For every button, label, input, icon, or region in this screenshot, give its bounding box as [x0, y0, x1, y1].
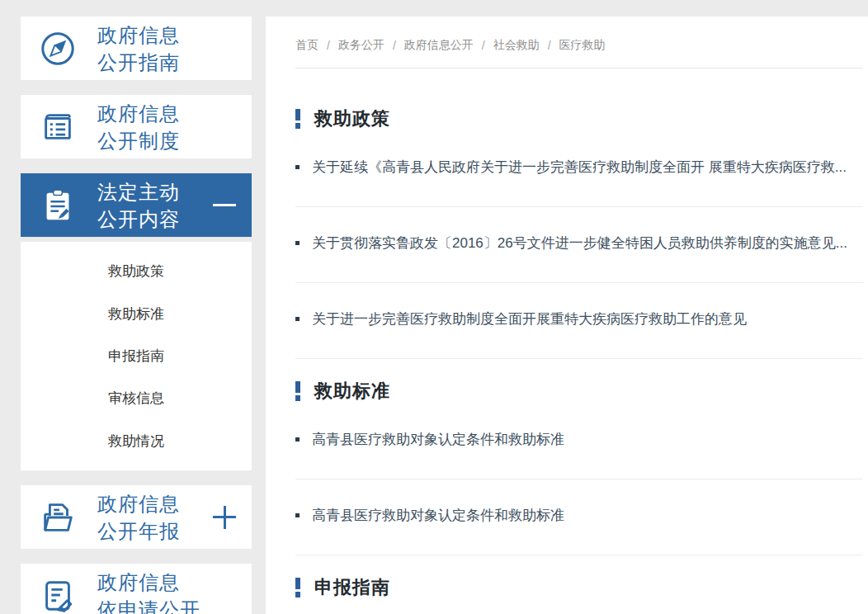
main-content: 首页 / 政务公开 / 政府信息公开 / 社会救助 / 医疗救助 救助政策 关于…	[266, 17, 868, 614]
folder-doc-icon	[39, 498, 77, 536]
compass-icon	[39, 30, 77, 68]
section-header: 救助标准	[295, 379, 863, 404]
list-item-title: 关于延续《高青县人民政府关于进一步完善医疗救助制度全面开 展重特大疾病医疗救..…	[312, 158, 847, 177]
breadcrumb-separator: /	[482, 39, 485, 52]
list-item-title: 高青县医疗救助对象认定条件和救助标准	[312, 506, 564, 525]
list-item[interactable]: 关于贯彻落实鲁政发〔2016〕26号文件进一步健全特困人员救助供养制度的实施意见…	[295, 207, 863, 283]
sidebar-submenu: 救助政策 救助标准 申报指南 审核信息 救助情况	[21, 242, 252, 470]
submenu-item-rescue-policy[interactable]: 救助政策	[21, 262, 252, 281]
section-marker-icon	[295, 381, 300, 401]
bullet-icon	[295, 317, 300, 321]
section-marker-icon	[295, 109, 300, 129]
doc-pencil-icon	[39, 577, 77, 614]
sidebar-item-disclosure-upon-request[interactable]: 政府信息 依申请公开	[21, 564, 252, 614]
breadcrumb-gov-info-disclosure[interactable]: 政府信息公开	[404, 38, 474, 53]
submenu-item-rescue-standard[interactable]: 救助标准	[21, 305, 252, 324]
bullet-icon	[295, 513, 300, 517]
bullet-icon	[295, 437, 300, 442]
submenu-item-review-info[interactable]: 审核信息	[21, 389, 252, 408]
breadcrumb-home[interactable]: 首页	[295, 38, 318, 53]
sidebar-item-label: 政府信息 公开制度	[97, 100, 180, 154]
submenu-item-rescue-situation[interactable]: 救助情况	[21, 432, 252, 451]
section-rescue-policy: 救助政策 关于延续《高青县人民政府关于进一步完善医疗救助制度全面开 展重特大疾病…	[295, 106, 863, 359]
breadcrumb-social-assistance[interactable]: 社会救助	[493, 38, 540, 53]
sidebar-item-statutory-disclosure[interactable]: 法定主动 公开内容	[21, 173, 252, 237]
section-application-guide: 申报指南	[295, 575, 863, 600]
sidebar-item-label: 政府信息 公开指南	[97, 21, 180, 76]
sidebar-item-label: 法定主动 公开内容	[97, 178, 180, 233]
breadcrumb-separator: /	[393, 39, 396, 52]
collapse-icon[interactable]	[212, 193, 237, 218]
breadcrumb-gov-affairs[interactable]: 政务公开	[338, 38, 384, 53]
bullet-icon	[295, 165, 300, 169]
breadcrumb-medical-assistance[interactable]: 医疗救助	[559, 38, 606, 53]
sections: 救助政策 关于延续《高青县人民政府关于进一步完善医疗救助制度全面开 展重特大疾病…	[295, 106, 863, 600]
bullet-icon	[295, 241, 300, 245]
section-title: 救助政策	[314, 106, 390, 131]
sidebar-item-annual-report[interactable]: 政府信息 公开年报	[21, 485, 252, 549]
clipboard-pencil-icon	[39, 187, 77, 224]
breadcrumb-separator: /	[327, 39, 330, 52]
submenu-item-application-guide[interactable]: 申报指南	[21, 347, 252, 366]
expand-icon[interactable]	[212, 505, 237, 530]
sidebar-item-label: 政府信息 公开年报	[97, 490, 180, 545]
breadcrumb-separator: /	[548, 39, 551, 52]
sidebar-item-label: 政府信息 依申请公开	[97, 569, 200, 614]
breadcrumb: 首页 / 政务公开 / 政府信息公开 / 社会救助 / 医疗救助	[295, 17, 863, 68]
section-rescue-standard: 救助标准 高青县医疗救助对象认定条件和救助标准 高青县医疗救助对象认定条件和救助…	[295, 379, 863, 555]
sidebar: 政府信息 公开指南 政府信息 公开制度 法定主动 公开内容 救助政策 救助标准 …	[0, 0, 266, 614]
section-title: 救助标准	[314, 379, 390, 404]
list-item[interactable]: 关于进一步完善医疗救助制度全面开展重特大疾病医疗救助工作的意见	[295, 283, 863, 359]
list-item[interactable]: 高青县医疗救助对象认定条件和救助标准	[295, 479, 863, 555]
sidebar-item-gov-info-system[interactable]: 政府信息 公开制度	[21, 95, 252, 158]
section-header: 申报指南	[295, 575, 863, 600]
section-title: 申报指南	[314, 575, 390, 600]
list-item-title: 关于进一步完善医疗救助制度全面开展重特大疾病医疗救助工作的意见	[312, 309, 747, 328]
list-item-title: 关于贯彻落实鲁政发〔2016〕26号文件进一步健全特困人员救助供养制度的实施意见…	[312, 234, 847, 253]
list-item[interactable]: 高青县医疗救助对象认定条件和救助标准	[295, 404, 863, 479]
list-item-title: 高青县医疗救助对象认定条件和救助标准	[312, 430, 564, 449]
section-marker-icon	[295, 578, 300, 597]
section-header: 救助政策	[295, 106, 863, 131]
list-item[interactable]: 关于延续《高青县人民政府关于进一步完善医疗救助制度全面开 展重特大疾病医疗救..…	[295, 131, 863, 207]
sidebar-item-gov-info-guide[interactable]: 政府信息 公开指南	[21, 17, 252, 80]
book-icon	[39, 108, 77, 146]
